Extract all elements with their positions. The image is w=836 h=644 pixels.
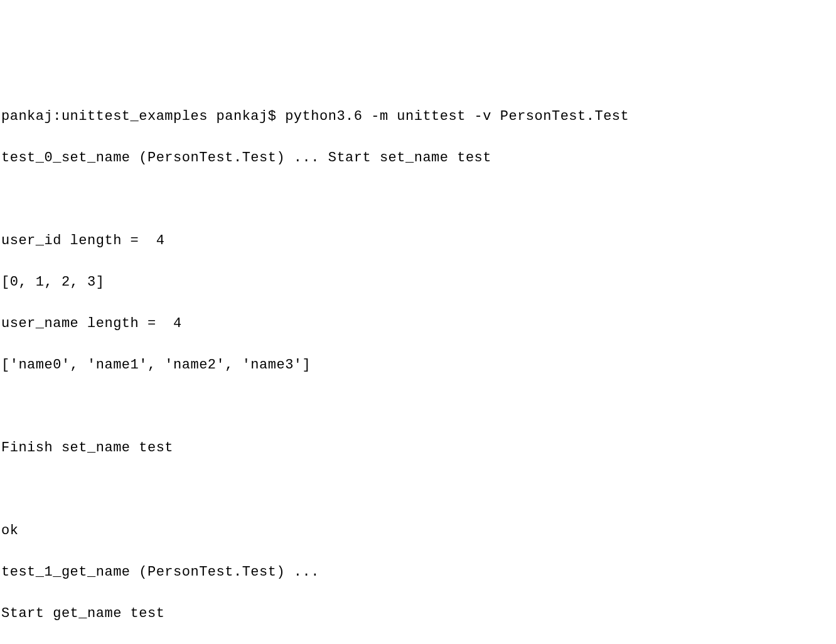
terminal-line: [1, 189, 835, 210]
terminal-line: pankaj:unittest_examples pankaj$ python3…: [1, 106, 835, 127]
terminal-line: [0, 1, 2, 3]: [1, 272, 835, 292]
terminal-line: user_name length = 4: [1, 313, 835, 334]
terminal-line: [1, 396, 835, 417]
terminal-output[interactable]: pankaj:unittest_examples pankaj$ python3…: [1, 85, 835, 644]
terminal-line: Start get_name test: [1, 603, 835, 624]
terminal-line: Finish set_name test: [1, 437, 835, 458]
terminal-line: test_1_get_name (PersonTest.Test) ...: [1, 562, 835, 582]
terminal-line: ['name0', 'name1', 'name2', 'name3']: [1, 355, 835, 375]
terminal-line: [1, 479, 835, 500]
terminal-line: user_id length = 4: [1, 230, 835, 251]
terminal-line: ok: [1, 520, 835, 541]
terminal-line: test_0_set_name (PersonTest.Test) ... St…: [1, 148, 835, 168]
